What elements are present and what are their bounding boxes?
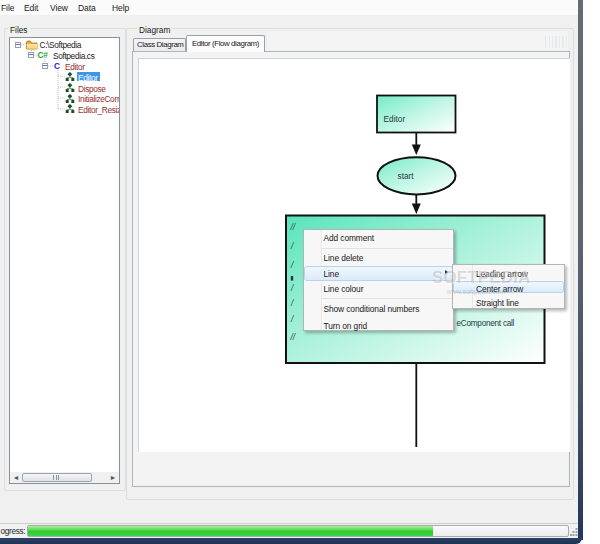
svg-text:eComponent call: eComponent call [457, 319, 515, 328]
svg-text:start: start [398, 171, 415, 181]
svg-text:Editor: Editor [384, 114, 406, 124]
